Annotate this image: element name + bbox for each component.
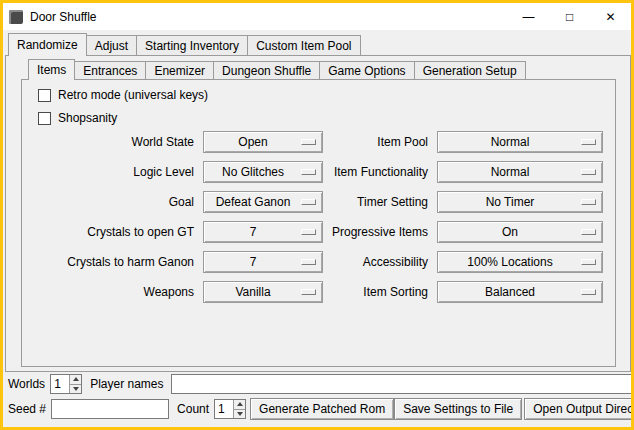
options-right-column: Item Pool Normal Item Functionality Norm… xyxy=(323,127,603,307)
app-icon xyxy=(9,10,23,24)
goal-dropdown[interactable]: Defeat Ganon xyxy=(203,191,323,213)
crystals-gt-value: 7 xyxy=(250,225,257,239)
tab-game-options[interactable]: Game Options xyxy=(319,61,414,80)
tab-starting-inventory[interactable]: Starting Inventory xyxy=(136,35,248,56)
minimize-button[interactable]: — xyxy=(508,3,549,30)
tab-adjust[interactable]: Adjust xyxy=(86,35,137,56)
dropdown-indicator-icon xyxy=(301,259,316,265)
tab-custom-item-pool[interactable]: Custom Item Pool xyxy=(247,35,360,56)
crystals-gt-dropdown[interactable]: 7 xyxy=(203,221,323,243)
tab-items[interactable]: Items xyxy=(28,59,75,80)
window-title: Door Shuffle xyxy=(30,10,97,24)
dropdown-indicator-icon xyxy=(581,139,596,145)
spin-down-icon xyxy=(237,412,243,416)
player-names-input[interactable] xyxy=(171,374,633,394)
dropdown-indicator-icon xyxy=(581,199,596,205)
close-button[interactable]: ✕ xyxy=(590,3,631,30)
dropdown-indicator-icon xyxy=(581,229,596,235)
count-spin-down-button[interactable] xyxy=(234,410,245,419)
logic-level-dropdown[interactable]: No Glitches xyxy=(203,161,323,183)
worlds-label: Worlds xyxy=(8,377,45,391)
tab-entrances[interactable]: Entrances xyxy=(74,61,146,80)
save-settings-button[interactable]: Save Settings to File xyxy=(394,398,522,420)
progressive-items-label: Progressive Items xyxy=(323,217,428,247)
item-functionality-label: Item Functionality xyxy=(323,157,428,187)
count-input[interactable] xyxy=(215,400,233,418)
caption-buttons: — □ ✕ xyxy=(508,3,631,30)
retro-mode-row: Retro mode (universal keys) xyxy=(38,88,208,102)
options-left-column: World State Open Logic Level No Glitches… xyxy=(38,127,323,307)
crystals-ganon-dropdown[interactable]: 7 xyxy=(203,251,323,273)
retro-mode-label: Retro mode (universal keys) xyxy=(58,88,208,102)
main-tab-bar: Randomize Adjust Starting Inventory Cust… xyxy=(8,33,360,56)
progressive-items-value: On xyxy=(502,225,518,239)
timer-setting-dropdown[interactable]: No Timer xyxy=(437,191,603,213)
tab-generation-setup[interactable]: Generation Setup xyxy=(414,61,526,80)
tab-enemizer[interactable]: Enemizer xyxy=(145,61,214,80)
world-state-value: Open xyxy=(238,135,267,149)
worlds-input[interactable] xyxy=(51,375,69,393)
item-pool-label: Item Pool xyxy=(323,127,428,157)
worlds-row: Worlds Player names xyxy=(8,374,632,394)
tab-label: Dungeon Shuffle xyxy=(222,64,311,78)
count-spinbox xyxy=(214,399,246,419)
open-output-directory-button[interactable]: Open Output Directory xyxy=(524,398,634,420)
dropdown-indicator-icon xyxy=(581,169,596,175)
tab-label: Entrances xyxy=(83,64,137,78)
dropdown-indicator-icon xyxy=(301,289,316,295)
goal-value: Defeat Ganon xyxy=(216,195,291,209)
tab-label: Generation Setup xyxy=(423,64,517,78)
shopsanity-label: Shopsanity xyxy=(58,111,117,125)
crystals-ganon-label: Crystals to harm Ganon xyxy=(38,247,194,277)
spin-down-icon xyxy=(73,387,79,391)
worlds-spin-arrows xyxy=(69,375,81,393)
count-label: Count xyxy=(177,402,209,416)
world-state-dropdown[interactable]: Open xyxy=(203,131,323,153)
world-state-label: World State xyxy=(38,127,194,157)
dropdown-indicator-icon xyxy=(301,139,316,145)
item-sorting-value: Balanced xyxy=(485,285,535,299)
spin-up-icon xyxy=(73,377,79,381)
tab-label: Items xyxy=(37,63,66,77)
item-pool-dropdown[interactable]: Normal xyxy=(437,131,603,153)
tab-label: Starting Inventory xyxy=(145,39,239,53)
tab-label: Game Options xyxy=(328,64,405,78)
item-functionality-dropdown[interactable]: Normal xyxy=(437,161,603,183)
seed-input[interactable] xyxy=(51,399,169,419)
crystals-ganon-value: 7 xyxy=(250,255,257,269)
weapons-dropdown[interactable]: Vanilla xyxy=(203,281,323,303)
dropdown-indicator-icon xyxy=(581,289,596,295)
minimize-icon: — xyxy=(523,11,535,23)
shopsanity-row: Shopsanity xyxy=(38,111,117,125)
progressive-items-dropdown[interactable]: On xyxy=(437,221,603,243)
accessibility-value: 100% Locations xyxy=(467,255,552,269)
player-names-label: Player names xyxy=(90,377,163,391)
item-functionality-value: Normal xyxy=(491,165,530,179)
shopsanity-checkbox[interactable] xyxy=(38,112,51,125)
dropdown-indicator-icon xyxy=(301,199,316,205)
accessibility-label: Accessibility xyxy=(323,247,428,277)
maximize-button[interactable]: □ xyxy=(549,3,590,30)
tab-label: Randomize xyxy=(17,38,78,52)
worlds-spin-down-button[interactable] xyxy=(70,385,81,394)
count-spin-arrows xyxy=(233,400,245,418)
worlds-spin-up-button[interactable] xyxy=(70,375,81,385)
item-sorting-dropdown[interactable]: Balanced xyxy=(437,281,603,303)
window-content: Randomize Adjust Starting Inventory Cust… xyxy=(3,30,631,427)
tab-label: Enemizer xyxy=(154,64,205,78)
spin-up-icon xyxy=(237,402,243,406)
generate-patched-rom-button[interactable]: Generate Patched Rom xyxy=(250,398,394,420)
weapons-label: Weapons xyxy=(38,277,194,307)
tab-randomize[interactable]: Randomize xyxy=(8,33,87,56)
logic-level-value: No Glitches xyxy=(222,165,284,179)
timer-setting-label: Timer Setting xyxy=(323,187,428,217)
seed-label: Seed # xyxy=(8,402,46,416)
retro-mode-checkbox[interactable] xyxy=(38,89,51,102)
tab-label: Adjust xyxy=(95,39,128,53)
accessibility-dropdown[interactable]: 100% Locations xyxy=(437,251,603,273)
title-bar: Door Shuffle — □ ✕ xyxy=(3,3,631,30)
tab-dungeon-shuffle[interactable]: Dungeon Shuffle xyxy=(213,61,320,80)
count-spin-up-button[interactable] xyxy=(234,400,245,410)
dropdown-indicator-icon xyxy=(301,229,316,235)
timer-setting-value: No Timer xyxy=(486,195,535,209)
